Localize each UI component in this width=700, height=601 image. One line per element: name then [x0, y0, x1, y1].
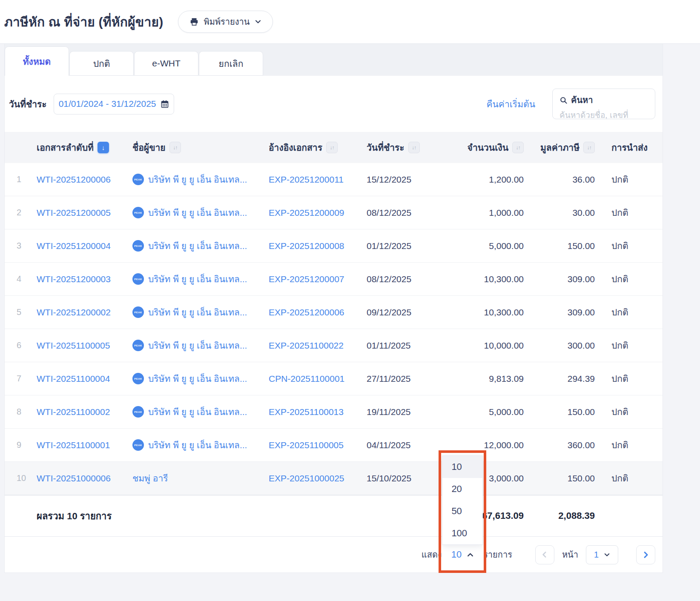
tab-cancelled[interactable]: ยกเลิก — [199, 51, 263, 76]
vendor-link[interactable]: บริษัท พี ยู ยู เอ็น อินเทล... — [148, 305, 247, 319]
vendor-avatar: PEAK — [132, 240, 144, 252]
row-index: 1 — [5, 175, 34, 184]
pagination-bar: แสดง 10 10 20 50 100 รายการ หน้า 1 — [5, 536, 663, 572]
summary-label: ผลรวม 10 รายการ — [5, 509, 267, 524]
tax-value: 30.00 — [531, 208, 603, 218]
ref-doc-link[interactable]: EXP-20251100013 — [269, 407, 344, 417]
reset-defaults-link[interactable]: คืนค่าเริ่มต้น — [486, 97, 535, 111]
tab-e-wht[interactable]: e-WHT — [134, 51, 198, 76]
sort-icon[interactable]: ↓↑ — [583, 142, 595, 153]
vendor-avatar: PEAK — [132, 406, 144, 418]
payment-date: 09/12/2025 — [364, 307, 433, 318]
page-size-option[interactable]: 50 — [442, 500, 482, 522]
page-size-value: 10 — [451, 549, 462, 560]
ref-doc-link[interactable]: EXP-20251100005 — [269, 440, 344, 450]
main-card: ทั้งหมด ปกติ e-WHT ยกเลิก วันที่ชำระ 01/… — [4, 44, 663, 573]
payment-date: 08/12/2025 — [364, 274, 433, 284]
submission-status: ปกติ — [603, 471, 663, 485]
chevron-down-icon — [255, 18, 261, 25]
tab-normal[interactable]: ปกติ — [69, 51, 134, 76]
row-index: 5 — [5, 307, 34, 317]
amount: 9,813.09 — [433, 374, 531, 384]
table-row: 7 WTI-20251100004 PEAK บริษัท พี ยู ยู เ… — [5, 362, 663, 395]
doc-no-link[interactable]: WTI-20251100001 — [37, 440, 110, 450]
print-report-button[interactable]: พิมพ์รายงาน — [178, 11, 273, 33]
doc-no-link[interactable]: WTI-20251000006 — [37, 473, 111, 483]
vendor-link[interactable]: บริษัท พี ยู ยู เอ็น อินเทล... — [148, 405, 247, 419]
ref-doc-link[interactable]: EXP-20251200006 — [269, 307, 344, 317]
search-label: ค้นหา — [571, 93, 593, 107]
ref-doc-link[interactable]: CPN-20251100001 — [269, 374, 344, 383]
column-doc-no: เอกสารลำดับที่ ↓ — [34, 140, 130, 155]
tab-all[interactable]: ทั้งหมด — [5, 46, 69, 76]
sort-icon[interactable]: ↓↑ — [512, 142, 524, 153]
sort-icon[interactable]: ↓↑ — [408, 142, 420, 153]
doc-no-link[interactable]: WTI-20251100004 — [37, 374, 110, 383]
doc-no-link[interactable]: WTI-20251200006 — [37, 175, 111, 184]
doc-no-link[interactable]: WTI-20251200003 — [37, 274, 111, 284]
vendor-avatar: PEAK — [132, 373, 144, 384]
ref-doc-link[interactable]: EXP-20251100022 — [269, 341, 344, 350]
vendor-link[interactable]: บริษัท พี ยู ยู เอ็น อินเทล... — [148, 206, 247, 220]
page-size-option[interactable]: 20 — [442, 478, 482, 500]
ref-doc-link[interactable]: EXP-20251200009 — [269, 208, 344, 218]
show-label: แสดง — [422, 548, 442, 561]
ref-doc-link[interactable]: EXP-20251200008 — [269, 241, 344, 251]
table-row: 3 WTI-20251200004 PEAK บริษัท พี ยู ยู เ… — [5, 229, 663, 263]
submission-status: ปกติ — [603, 438, 663, 452]
vendor-avatar: PEAK — [132, 273, 144, 285]
page-size-option[interactable]: 10 — [442, 456, 482, 478]
vendor-link[interactable]: ชมพู่ อารี — [132, 471, 168, 485]
sort-desc-icon[interactable]: ↓ — [98, 142, 109, 153]
submission-status: ปกติ — [603, 405, 663, 419]
vendor-link[interactable]: บริษัท พี ยู ยู เอ็น อินเทล... — [148, 239, 247, 253]
ref-doc-link[interactable]: EXP-20251200007 — [269, 274, 344, 284]
vendor-link[interactable]: บริษัท พี ยู ยู เอ็น อินเทล... — [148, 372, 247, 386]
amount: 5,000.00 — [433, 241, 531, 251]
table-header: เอกสารลำดับที่ ↓ ชื่อผู้ขาย ↓↑ อ้างอิงเอ… — [5, 132, 663, 163]
tax-value: 150.00 — [531, 241, 603, 251]
ref-doc-link[interactable]: EXP-20251200011 — [269, 175, 344, 184]
vendor-avatar: PEAK — [132, 174, 144, 185]
vendor-link[interactable]: บริษัท พี ยู ยู เอ็น อินเทล... — [148, 272, 247, 286]
tab-bar: ทั้งหมด ปกติ e-WHT ยกเลิก — [5, 44, 663, 76]
doc-no-link[interactable]: WTI-20251200005 — [37, 208, 111, 218]
search-input[interactable]: ค้นหา ค้นหาด้วยชื่อ, เลขที่ — [552, 89, 655, 119]
vendor-avatar: PEAK — [132, 439, 144, 451]
summary-tax-total: 2,088.39 — [531, 510, 603, 521]
tax-value: 309.00 — [531, 307, 603, 318]
column-tax: มูลค่าภาษี ↓↑ — [531, 140, 603, 155]
doc-no-link[interactable]: WTI-20251100002 — [37, 407, 110, 417]
page-title: ภาษีหัก ณ ที่จ่าย (ที่หักผู้ขาย) — [4, 12, 164, 32]
submission-status: ปกติ — [603, 206, 663, 220]
table-row: 9 WTI-20251100001 PEAK บริษัท พี ยู ยู เ… — [5, 429, 663, 462]
table-row: 10 WTI-20251000006 ชมพู่ อารี EXP-202510… — [5, 462, 663, 495]
vendor-link[interactable]: บริษัท พี ยู ยู เอ็น อินเทล... — [148, 438, 247, 452]
prev-page-button[interactable] — [535, 545, 554, 564]
amount: 1,000.00 — [433, 208, 531, 218]
payment-date: 08/12/2025 — [364, 208, 433, 218]
tax-value: 360.00 — [531, 440, 603, 450]
page-header: ภาษีหัก ณ ที่จ่าย (ที่หักผู้ขาย) พิมพ์รา… — [0, 0, 700, 44]
amount: 12,000.00 — [433, 440, 531, 450]
submission-status: ปกติ — [603, 338, 663, 352]
row-index: 2 — [5, 208, 34, 218]
doc-no-link[interactable]: WTI-20251200002 — [37, 307, 111, 317]
vendor-link[interactable]: บริษัท พี ยู ยู เอ็น อินเทล... — [148, 172, 247, 186]
page-size-option[interactable]: 100 — [442, 522, 482, 544]
sort-icon[interactable]: ↓↑ — [169, 142, 181, 153]
next-page-button[interactable] — [636, 545, 655, 564]
doc-no-link[interactable]: WTI-20251200004 — [37, 241, 111, 251]
print-report-label: พิมพ์รายงาน — [204, 15, 250, 29]
doc-no-link[interactable]: WTI-20251100005 — [37, 341, 110, 350]
vendor-link[interactable]: บริษัท พี ยู ยู เอ็น อินเทล... — [148, 338, 247, 352]
sort-icon[interactable]: ↓↑ — [326, 142, 338, 153]
tax-value: 300.00 — [531, 341, 603, 351]
page-size-select[interactable]: 10 10 20 50 100 — [450, 548, 476, 561]
ref-doc-link[interactable]: EXP-20251000025 — [269, 473, 344, 483]
row-index: 6 — [5, 341, 34, 350]
summary-row: ผลรวม 10 รายการ 67,613.09 2,088.39 — [5, 495, 663, 536]
date-range-input[interactable]: 01/01/2024 - 31/12/2025 — [54, 94, 174, 114]
page-number-select[interactable]: 1 — [586, 545, 618, 564]
payment-date: 27/11/2025 — [364, 374, 433, 384]
